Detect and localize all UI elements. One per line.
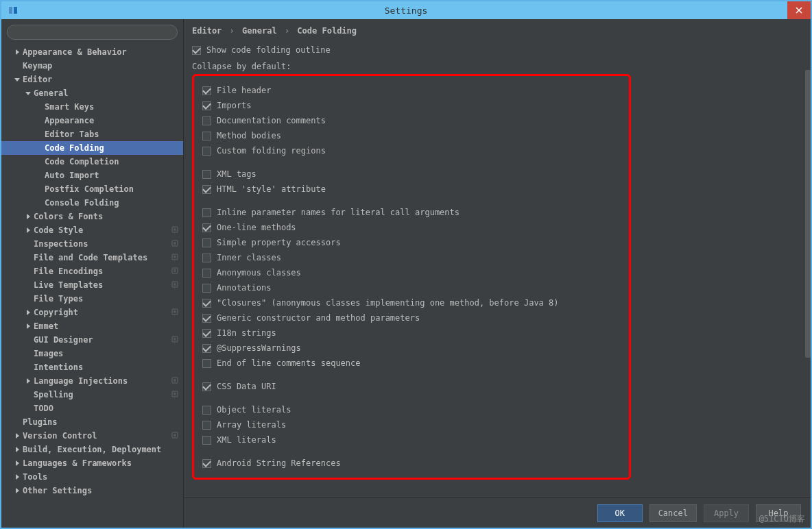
sidebar-item[interactable]: Console Folding <box>1 196 183 210</box>
sidebar-item[interactable]: Auto Import <box>1 169 183 182</box>
option-label: XML literals <box>217 435 276 445</box>
option-row[interactable]: Generic constructor and method parameter… <box>202 310 621 325</box>
checkbox-icon[interactable] <box>202 185 211 194</box>
option-row[interactable]: XML tags <box>202 167 621 182</box>
sidebar-item[interactable]: Language Injections <box>1 374 183 388</box>
checkbox-icon[interactable] <box>202 254 211 262</box>
checkbox-icon[interactable] <box>202 284 211 293</box>
checkbox-icon[interactable] <box>202 269 211 278</box>
checkbox-icon[interactable] <box>202 329 211 338</box>
option-row[interactable]: Documentation comments <box>202 113 621 128</box>
option-row[interactable]: I18n strings <box>202 325 621 341</box>
checkbox-icon[interactable] <box>202 406 211 415</box>
option-row[interactable]: @SuppressWarnings <box>202 341 621 356</box>
sidebar-item[interactable]: Keymap <box>1 59 183 73</box>
arrow-spacer <box>25 405 32 412</box>
checkbox-icon[interactable] <box>202 436 211 445</box>
checkbox-icon[interactable] <box>202 132 211 140</box>
sidebar-item[interactable]: Smart Keys <box>1 100 183 114</box>
sidebar-item[interactable]: Appearance <box>1 114 183 127</box>
option-row[interactable]: Array literals <box>202 417 621 432</box>
apply-button[interactable]: Apply <box>704 504 749 522</box>
sidebar-item[interactable]: Live Templates <box>1 278 183 292</box>
sidebar-item[interactable]: TODO <box>1 402 183 415</box>
option-row[interactable]: Object literals <box>202 402 621 417</box>
sidebar-item[interactable]: Inspections <box>1 237 183 251</box>
checkbox-icon[interactable] <box>202 299 211 308</box>
sidebar-item[interactable]: Version Control <box>1 429 183 443</box>
search-wrap <box>1 19 183 45</box>
sidebar-item[interactable]: Plugins <box>1 415 183 429</box>
sidebar-item[interactable]: Languages & Frameworks <box>1 456 183 470</box>
sidebar-item-label: Postfix Completion <box>45 184 134 194</box>
checkbox-icon[interactable] <box>202 101 211 110</box>
sidebar-item[interactable]: Build, Execution, Deployment <box>1 443 183 456</box>
sidebar-item[interactable]: Colors & Fonts <box>1 210 183 223</box>
sidebar-item[interactable]: Images <box>1 347 183 360</box>
checkbox-icon[interactable] <box>202 459 211 468</box>
sidebar-item[interactable]: Other Settings <box>1 484 183 497</box>
ok-button[interactable]: OK <box>597 504 643 522</box>
sidebar-item[interactable]: File and Code Templates <box>1 251 183 264</box>
checkbox-icon[interactable] <box>202 344 211 353</box>
option-row[interactable]: Imports <box>202 98 621 113</box>
sidebar-item[interactable]: File Types <box>1 292 183 306</box>
sidebar-item-label: Language Injections <box>34 376 128 386</box>
checkbox-icon[interactable] <box>202 421 211 430</box>
checkbox-icon[interactable] <box>192 46 201 55</box>
sidebar-item[interactable]: GUI Designer <box>1 333 183 347</box>
title-bar[interactable]: Settings <box>1 1 811 19</box>
checkbox-icon[interactable] <box>202 238 211 247</box>
checkbox-icon[interactable] <box>202 208 211 217</box>
sidebar-item[interactable]: Code Style <box>1 223 183 237</box>
sidebar-item[interactable]: Code Folding <box>1 141 183 155</box>
settings-tree[interactable]: Appearance & BehaviorKeymapEditorGeneral… <box>1 45 183 528</box>
scrollbar-thumb[interactable] <box>805 70 811 358</box>
sidebar-item[interactable]: Appearance & Behavior <box>1 45 183 59</box>
option-row[interactable]: Anonymous classes <box>202 265 621 280</box>
sidebar-item-label: Console Folding <box>45 198 119 208</box>
option-row[interactable]: "Closures" (anonymous classes implementi… <box>202 295 621 310</box>
option-row[interactable]: Inline parameter names for literal call … <box>202 205 621 220</box>
sidebar-item[interactable]: Copyright <box>1 306 183 319</box>
checkbox-icon[interactable] <box>202 223 211 232</box>
checkbox-icon[interactable] <box>202 170 211 179</box>
show-outline-row[interactable]: Show code folding outline <box>192 42 802 58</box>
checkbox-icon[interactable] <box>202 314 211 323</box>
checkbox-icon[interactable] <box>202 359 211 368</box>
sidebar-item[interactable]: Tools <box>1 470 183 484</box>
option-row[interactable]: End of line comments sequence <box>202 356 621 371</box>
cancel-button[interactable]: Cancel <box>649 504 697 522</box>
checkbox-icon[interactable] <box>202 116 211 125</box>
arrow-spacer <box>25 241 32 247</box>
sidebar-item[interactable]: File Encodings <box>1 264 183 278</box>
option-row[interactable]: Custom folding regions <box>202 143 621 158</box>
sidebar-item[interactable]: Spelling <box>1 388 183 402</box>
option-row[interactable]: Simple property accessors <box>202 235 621 250</box>
sidebar-item[interactable]: Editor Tabs <box>1 127 183 141</box>
option-row[interactable]: Annotations <box>202 280 621 295</box>
sidebar-item[interactable]: Intentions <box>1 360 183 374</box>
sidebar-item[interactable]: Code Completion <box>1 155 183 169</box>
sidebar-item[interactable]: General <box>1 86 183 100</box>
sidebar-item-label: Code Style <box>34 225 83 235</box>
checkbox-icon[interactable] <box>202 147 211 156</box>
chevron-right-icon <box>25 227 32 234</box>
option-row[interactable]: File header <box>202 83 621 98</box>
checkbox-icon[interactable] <box>202 86 211 95</box>
option-row[interactable]: CSS Data URI <box>202 379 621 394</box>
option-row[interactable]: Method bodies <box>202 128 621 143</box>
sidebar-item[interactable]: Emmet <box>1 319 183 333</box>
checkbox-icon[interactable] <box>202 382 211 391</box>
close-button[interactable] <box>787 1 811 19</box>
arrow-spacer <box>14 419 21 426</box>
option-row[interactable]: XML literals <box>202 432 621 447</box>
option-row[interactable]: Android String References <box>202 456 621 471</box>
option-row[interactable]: One-line methods <box>202 220 621 235</box>
sidebar-item[interactable]: Postfix Completion <box>1 182 183 196</box>
option-row[interactable]: Inner classes <box>202 250 621 265</box>
search-input[interactable] <box>7 25 178 40</box>
option-row[interactable]: HTML 'style' attribute <box>202 182 621 197</box>
sidebar-item[interactable]: Editor <box>1 73 183 86</box>
project-settings-icon <box>171 335 179 345</box>
